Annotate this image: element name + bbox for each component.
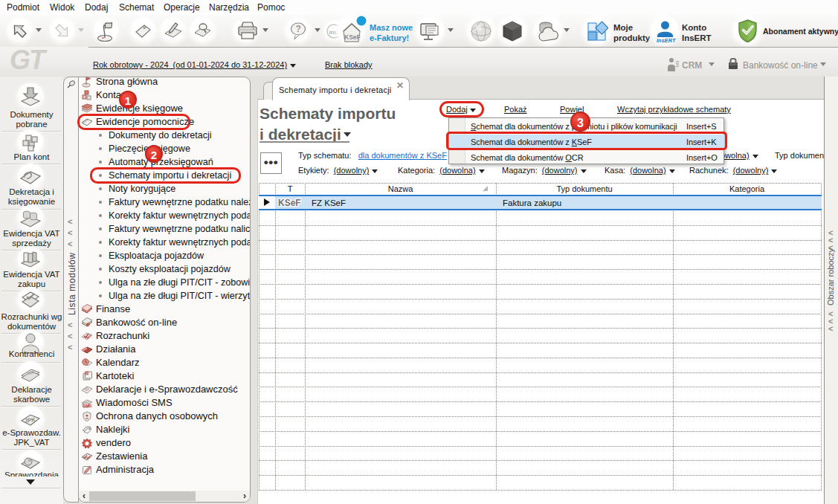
svg-text:SMS: SMS bbox=[83, 404, 92, 408]
svg-text:KSeF: KSeF bbox=[344, 33, 361, 41]
svg-text:InsERT: InsERT bbox=[657, 37, 676, 43]
svg-text:e: e bbox=[86, 320, 90, 328]
svg-text:JPK: JPK bbox=[24, 416, 36, 424]
svg-text:?: ? bbox=[296, 24, 301, 34]
